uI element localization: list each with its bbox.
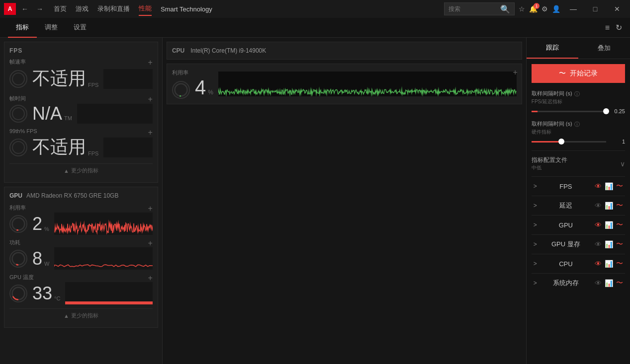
tab-settings[interactable]: 设置 [66, 18, 94, 38]
slider-thumb-1[interactable] [603, 108, 609, 114]
main-content: FPS 帧速率 不适用 FPS + 帧时间 [0, 38, 630, 364]
bell-icon[interactable]: 🔔 1 [529, 5, 538, 13]
account-icon[interactable]: 👤 [552, 5, 560, 13]
gpu-collapse-button[interactable]: ▲ 更少的指标 [9, 308, 153, 322]
slider-row-2: 1 [532, 139, 625, 145]
gpu-expand-label: GPU [559, 221, 573, 229]
cpu-add-button[interactable]: + [513, 68, 517, 77]
frametime-row: N/A TM [9, 103, 153, 124]
gpu-util-add-button[interactable]: + [148, 204, 153, 213]
fps-collapse-button[interactable]: ▲ 更少的指标 [9, 163, 153, 177]
gpu-util-unit: % [44, 226, 49, 232]
gpu-temp-add-button[interactable]: + [148, 274, 153, 283]
gpu-label: GPU [9, 192, 22, 199]
metric-expand-latency[interactable]: > 延迟 👁 📊 〜 [532, 196, 625, 215]
latency-bar-icon[interactable]: 📊 [605, 202, 613, 210]
gpu-power-chart [54, 247, 152, 270]
start-record-button[interactable]: 〜 开始记录 [532, 64, 625, 83]
latency-eye-icon[interactable]: 👁 [595, 202, 602, 210]
list-view-icon[interactable]: ≡ [605, 23, 610, 32]
p99fps-label: 99th% FPS [9, 128, 153, 134]
cpu-bar-icon[interactable]: 📊 [605, 260, 613, 268]
close-button[interactable]: ✕ [608, 0, 626, 18]
gear-icon[interactable]: ⚙ [541, 5, 548, 13]
svg-point-2 [12, 142, 24, 153]
left-panels: FPS 帧速率 不适用 FPS + 帧时间 [0, 38, 163, 364]
gpu-temp-chart [65, 282, 152, 304]
maximize-button[interactable]: □ [586, 0, 604, 18]
minimize-button[interactable]: — [564, 0, 582, 18]
slider-track-1[interactable] [532, 111, 606, 112]
gpu-power-unit: W [44, 261, 49, 267]
slider-track-2[interactable] [532, 141, 606, 143]
framerate-dial [9, 70, 27, 88]
latency-line-icon[interactable]: 〜 [616, 201, 623, 210]
amd-logo: A [4, 3, 16, 15]
fps-line-icon[interactable]: 〜 [616, 182, 623, 191]
search-box[interactable]: 🔍 [444, 2, 515, 15]
tab-indicators[interactable]: 指标 [8, 18, 37, 38]
gpu-power-add-button[interactable]: + [148, 239, 153, 248]
forward-button[interactable]: → [34, 3, 46, 15]
p99fps-dial [9, 139, 27, 156]
nav-home[interactable]: 首页 [54, 2, 67, 15]
framerate-chart [103, 69, 152, 89]
gpumem-bar-icon[interactable]: 📊 [605, 240, 613, 248]
gpu-eye-icon[interactable]: 👁 [595, 221, 602, 229]
tab-overlay[interactable]: 叠加 [578, 38, 630, 59]
latency-chevron-icon: > [534, 202, 537, 209]
tab-group: 指标 调整 设置 [8, 18, 94, 38]
nav-record[interactable]: 录制和直播 [97, 2, 130, 15]
gpu-temp-dial [9, 285, 27, 302]
frametime-add-button[interactable]: + [148, 95, 153, 104]
nav-games[interactable]: 游戏 [76, 2, 89, 15]
gpu-temp-label: GPU 温度 [9, 274, 153, 281]
chevron-down-icon: ∨ [620, 160, 625, 168]
gpumem-eye-icon[interactable]: 👁 [595, 240, 602, 248]
gpu-section: GPU AMD Radeon RX 6750 GRE 10GB 利用率 2 % [4, 187, 158, 328]
refresh-icon[interactable]: ↻ [616, 23, 622, 32]
gpumem-line-icon[interactable]: 〜 [616, 240, 623, 249]
metric-expand-sysmem[interactable]: > 系统内存 👁 📊 〜 [532, 273, 625, 292]
cpu-chevron-icon: > [534, 260, 537, 267]
gpu-power-dial [9, 250, 27, 268]
cpu-model: Intel(R) Core(TM) i9-14900K [190, 47, 266, 54]
search-input[interactable] [449, 5, 498, 12]
cpu-util-dial [172, 81, 190, 99]
metric-expand-gpumem[interactable]: > GPU 显存 👁 📊 〜 [532, 234, 625, 254]
svg-point-3 [12, 218, 25, 230]
back-button[interactable]: ← [19, 3, 31, 15]
gpu-bar-icon[interactable]: 📊 [605, 221, 613, 229]
sysmem-line-icon[interactable]: 〜 [616, 279, 623, 288]
sysmem-eye-icon[interactable]: 👁 [595, 279, 602, 287]
gpu-util-row: 2 % [9, 213, 153, 235]
tabbar: 指标 调整 设置 ≡ ↻ [0, 18, 630, 38]
metric-expand-fps[interactable]: > FPS 👁 📊 〜 [532, 176, 625, 196]
record-icon: 〜 [559, 69, 566, 78]
gpu-util-value: 2 [32, 214, 42, 234]
cpu-util-label: 利用率 [172, 69, 213, 76]
metric-expand-cpu[interactable]: > CPU 👁 📊 〜 [532, 254, 625, 273]
fps-title: FPS [9, 47, 153, 54]
middle-panel: CPU Intel(R) Core(TM) i9-14900K 利用率 4 % [163, 38, 526, 364]
sysmem-bar-icon[interactable]: 📊 [605, 279, 613, 287]
fps-bar-icon[interactable]: 📊 [605, 182, 613, 190]
latency-expand-label: 延迟 [559, 201, 572, 210]
p99fps-unit: FPS [88, 150, 98, 156]
fps-eye-icon[interactable]: 👁 [595, 182, 602, 190]
cpu-eye-icon[interactable]: 👁 [595, 260, 602, 268]
p99fps-add-button[interactable]: + [148, 128, 153, 137]
slider-thumb-2[interactable] [558, 139, 564, 145]
tab-adjust[interactable]: 调整 [37, 18, 66, 38]
gpu-line-icon[interactable]: 〜 [616, 220, 623, 229]
tab-track[interactable]: 跟踪 [527, 38, 578, 59]
metric-expand-gpu[interactable]: > GPU 👁 📊 〜 [532, 215, 625, 234]
nav-smart[interactable]: Smart Technology [161, 3, 212, 15]
cpu-line-icon[interactable]: 〜 [616, 259, 623, 268]
config-label: 指标配置文件 [532, 156, 567, 164]
framerate-add-button[interactable]: + [148, 58, 153, 67]
frametime-unit: TM [64, 115, 72, 121]
config-row[interactable]: 指标配置文件 中低 ∨ [532, 150, 625, 176]
nav-performance[interactable]: 性能 [139, 2, 152, 16]
star-icon[interactable]: ☆ [519, 5, 525, 13]
